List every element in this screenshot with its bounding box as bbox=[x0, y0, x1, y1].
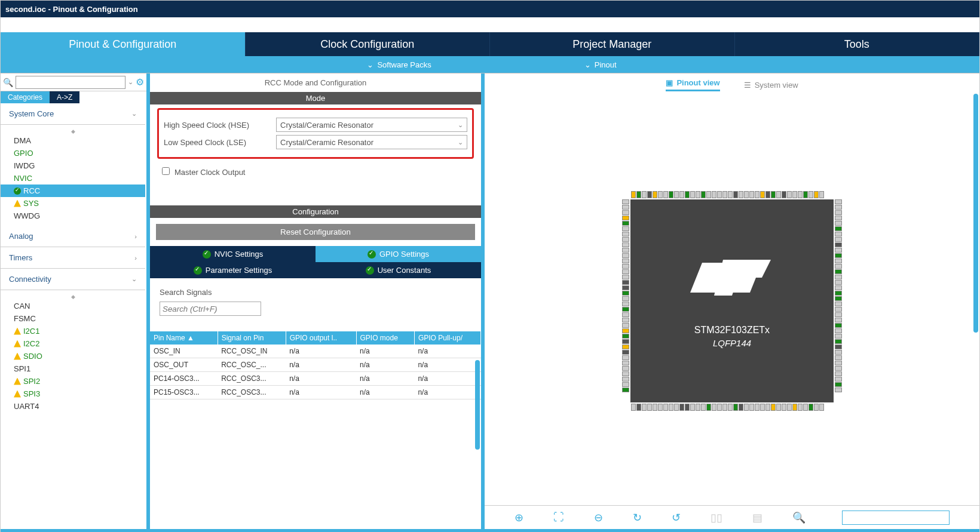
col-pin[interactable]: Pin Name ▲ bbox=[150, 331, 218, 345]
pin[interactable] bbox=[835, 345, 842, 349]
tab-tools[interactable]: Tools bbox=[735, 32, 980, 56]
item-sdio[interactable]: SDIO bbox=[1, 350, 145, 362]
pin[interactable] bbox=[622, 355, 629, 360]
peripheral-search-input[interactable] bbox=[16, 76, 125, 89]
pin[interactable] bbox=[835, 361, 842, 365]
tab-user-constants[interactable]: User Constants bbox=[316, 262, 481, 278]
pin[interactable] bbox=[803, 404, 808, 411]
pin[interactable] bbox=[755, 191, 760, 198]
pin[interactable] bbox=[835, 291, 842, 296]
pin[interactable] bbox=[622, 291, 629, 296]
pin[interactable] bbox=[765, 404, 770, 411]
pin[interactable] bbox=[739, 404, 743, 411]
lse-select[interactable]: Crystal/Ceramic Resonator⌄ bbox=[276, 135, 467, 149]
pin[interactable] bbox=[685, 404, 690, 411]
tab-nvic-settings[interactable]: NVIC Settings bbox=[150, 246, 316, 262]
pin[interactable] bbox=[835, 307, 842, 312]
tab-gpio-settings[interactable]: GPIO Settings bbox=[316, 246, 481, 262]
pin[interactable] bbox=[835, 377, 842, 382]
pin[interactable] bbox=[765, 191, 770, 198]
pin[interactable] bbox=[717, 191, 722, 198]
pin[interactable] bbox=[696, 404, 700, 411]
pins-right[interactable] bbox=[835, 199, 842, 402]
pinout-view-tab[interactable]: ▣Pinout view bbox=[666, 78, 719, 91]
pin[interactable] bbox=[658, 191, 663, 198]
pin[interactable] bbox=[798, 191, 803, 198]
table-row[interactable]: OSC_INRCC_OSC_INn/an/an/a bbox=[150, 345, 481, 358]
chip-viewport[interactable]: STM32F103ZETx LQFP144 bbox=[485, 96, 979, 505]
pin[interactable] bbox=[771, 191, 776, 198]
pin[interactable] bbox=[803, 191, 808, 198]
pin[interactable] bbox=[622, 361, 629, 365]
pin[interactable] bbox=[792, 191, 797, 198]
pin[interactable] bbox=[712, 191, 716, 198]
pin[interactable] bbox=[814, 404, 819, 411]
fit-icon[interactable]: ⛶ bbox=[553, 511, 564, 524]
col-output[interactable]: GPIO output l.. bbox=[286, 331, 356, 345]
pin[interactable] bbox=[787, 191, 792, 198]
pin[interactable] bbox=[622, 259, 629, 263]
pin[interactable] bbox=[835, 318, 842, 322]
pin[interactable] bbox=[835, 242, 842, 247]
item-dma[interactable]: DMA bbox=[1, 134, 145, 147]
pin[interactable] bbox=[690, 404, 695, 411]
item-fsmc[interactable]: FSMC bbox=[1, 312, 145, 325]
pin[interactable] bbox=[782, 404, 786, 411]
item-rcc[interactable]: RCC bbox=[1, 184, 145, 197]
search-signals-input[interactable] bbox=[160, 302, 261, 316]
pin[interactable] bbox=[835, 371, 842, 376]
pin[interactable] bbox=[835, 269, 842, 274]
pin[interactable] bbox=[653, 404, 657, 411]
pin[interactable] bbox=[658, 404, 663, 411]
pin[interactable] bbox=[622, 350, 629, 355]
tab-clock-config[interactable]: Clock Configuration bbox=[246, 32, 491, 56]
pin[interactable] bbox=[622, 253, 629, 258]
pin[interactable] bbox=[622, 302, 629, 306]
pinout-menu[interactable]: ⌄Pinout bbox=[581, 60, 617, 69]
group-analog[interactable]: Analog› bbox=[1, 226, 145, 247]
pin[interactable] bbox=[653, 191, 657, 198]
pin[interactable] bbox=[679, 191, 684, 198]
item-i2c2[interactable]: I2C2 bbox=[1, 337, 145, 350]
pin[interactable] bbox=[622, 285, 629, 290]
pin[interactable] bbox=[622, 296, 629, 301]
hse-select[interactable]: Crystal/Ceramic Resonator⌄ bbox=[276, 118, 467, 132]
pin[interactable] bbox=[835, 339, 842, 344]
pin[interactable] bbox=[835, 382, 842, 387]
pin[interactable] bbox=[771, 404, 776, 411]
pin[interactable] bbox=[808, 191, 813, 198]
grid-icon[interactable]: ▤ bbox=[752, 511, 762, 524]
pin[interactable] bbox=[674, 191, 679, 198]
pin[interactable] bbox=[669, 404, 673, 411]
pin[interactable] bbox=[776, 191, 781, 198]
pin[interactable] bbox=[792, 404, 797, 411]
pin[interactable] bbox=[622, 318, 629, 322]
table-row[interactable]: PC14-OSC3...RCC_OSC3...n/an/an/a bbox=[150, 372, 481, 386]
pin[interactable] bbox=[782, 191, 786, 198]
pin[interactable] bbox=[835, 312, 842, 317]
col-mode[interactable]: GPIO mode bbox=[356, 331, 414, 345]
pin[interactable] bbox=[755, 404, 760, 411]
table-row[interactable]: OSC_OUTRCC_OSC_...n/an/an/a bbox=[150, 358, 481, 372]
group-system-core[interactable]: System Core⌄ bbox=[1, 103, 145, 125]
pin[interactable] bbox=[819, 191, 824, 198]
pin[interactable] bbox=[835, 275, 842, 279]
pin[interactable] bbox=[733, 404, 738, 411]
chevron-down-icon[interactable]: ⌄ bbox=[128, 78, 133, 86]
pin[interactable] bbox=[622, 339, 629, 344]
pin[interactable] bbox=[744, 404, 749, 411]
pin[interactable] bbox=[622, 382, 629, 387]
tab-parameter-settings[interactable]: Parameter Settings bbox=[150, 262, 316, 278]
pin[interactable] bbox=[622, 371, 629, 376]
pin[interactable] bbox=[622, 323, 629, 328]
tab-project-manager[interactable]: Project Manager bbox=[490, 32, 735, 56]
az-tab[interactable]: A->Z bbox=[50, 91, 79, 103]
mco-checkbox[interactable] bbox=[162, 167, 170, 175]
pin[interactable] bbox=[728, 191, 733, 198]
pin[interactable] bbox=[622, 388, 629, 392]
item-spi1[interactable]: SPI1 bbox=[1, 362, 145, 375]
reset-config-button[interactable]: Reset Configuration bbox=[156, 224, 475, 240]
pin[interactable] bbox=[622, 275, 629, 279]
rotate-ccw-icon[interactable]: ↺ bbox=[672, 511, 681, 524]
pin[interactable] bbox=[622, 205, 629, 210]
